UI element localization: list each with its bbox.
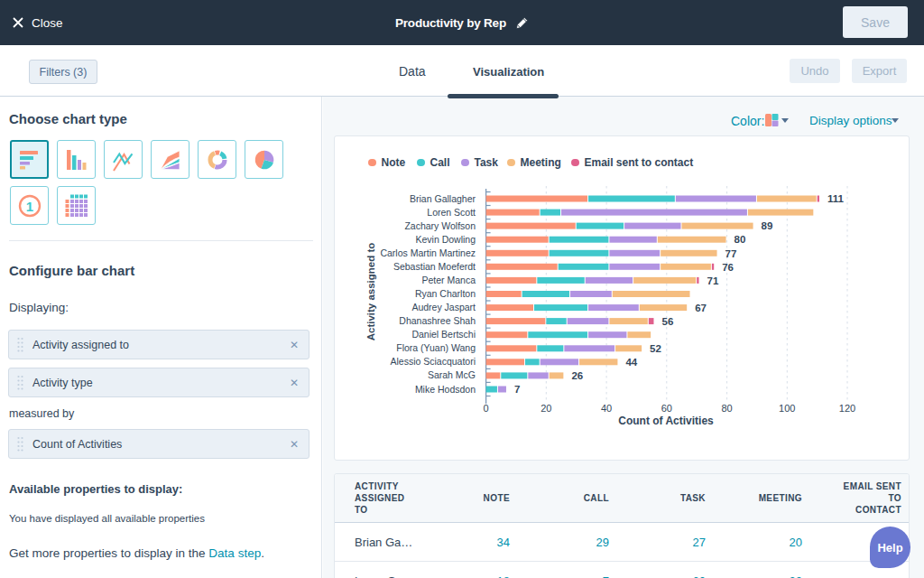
svg-text:80: 80 <box>721 403 732 414</box>
svg-text:Audrey Jaspart: Audrey Jaspart <box>411 302 476 312</box>
svg-text:80: 80 <box>735 234 746 245</box>
svg-text:0: 0 <box>484 403 489 414</box>
svg-text:120: 120 <box>839 403 855 414</box>
svg-text:Daniel Bertschi: Daniel Bertschi <box>411 329 476 340</box>
svg-text:Brian Gallagher: Brian Gallagher <box>410 193 476 204</box>
svg-text:1: 1 <box>25 198 32 213</box>
svg-text:67: 67 <box>695 303 707 313</box>
svg-text:26: 26 <box>571 370 583 381</box>
svg-text:Flora (Yuan) Wang: Flora (Yuan) Wang <box>396 342 476 353</box>
svg-text:Carlos Martin Martinez: Carlos Martin Martinez <box>380 247 476 258</box>
svg-text:56: 56 <box>662 316 674 327</box>
svg-text:Mike Hodsdon: Mike Hodsdon <box>415 384 476 395</box>
svg-text:Alessio Sciacquatori: Alessio Sciacquatori <box>390 356 476 367</box>
svg-text:Sebastian Moeferdt: Sebastian Moeferdt <box>393 261 476 272</box>
svg-text:40: 40 <box>601 403 612 414</box>
svg-text:71: 71 <box>707 275 719 286</box>
svg-text:7: 7 <box>514 384 520 395</box>
svg-text:20: 20 <box>541 403 551 414</box>
svg-text:Dhanashree Shah: Dhanashree Shah <box>399 315 476 326</box>
svg-text:77: 77 <box>725 248 737 259</box>
svg-text:111: 111 <box>827 193 845 204</box>
svg-text:Ryan Charlton: Ryan Charlton <box>415 288 476 299</box>
svg-text:Kevin Dowling: Kevin Dowling <box>415 234 476 245</box>
svg-text:Activity assigned to: Activity assigned to <box>365 243 376 341</box>
svg-text:Peter Manca: Peter Manca <box>421 275 476 285</box>
svg-text:Count of Activities: Count of Activities <box>618 415 714 427</box>
svg-text:52: 52 <box>650 343 661 354</box>
svg-text:44: 44 <box>625 357 637 368</box>
svg-text:76: 76 <box>722 262 734 273</box>
svg-text:100: 100 <box>779 403 795 414</box>
svg-text:Sarah McG: Sarah McG <box>428 369 476 380</box>
svg-text:89: 89 <box>762 220 773 231</box>
svg-text:60: 60 <box>661 403 672 414</box>
svg-text:Zachary Wolfson: Zachary Wolfson <box>404 220 476 231</box>
svg-text:Loren Scott: Loren Scott <box>427 207 476 218</box>
